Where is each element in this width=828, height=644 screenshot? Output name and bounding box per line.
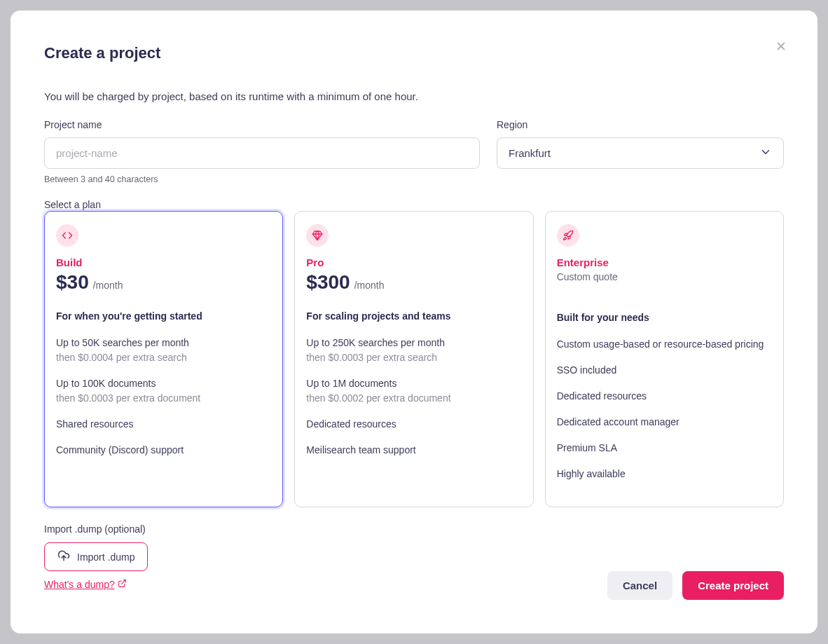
plan-feature: Up to 1M documents [306, 376, 521, 391]
external-link-icon [118, 579, 127, 590]
plan-feature: Shared resources [56, 417, 271, 432]
plan-feature: Highly available [557, 467, 772, 481]
plan-card-build[interactable]: Build $30 /month For when you're getting… [44, 211, 283, 507]
plan-feature-sub: then $0.0003 per extra search [306, 350, 521, 365]
plan-feature: Premium SLA [557, 441, 772, 455]
plan-summary: For when you're getting started [56, 310, 271, 322]
plan-feature: Dedicated account manager [557, 415, 772, 430]
plan-feature: Custom usage-based or resource-based pri… [557, 337, 772, 352]
svg-line-2 [121, 580, 125, 584]
dump-link-label: What's a dump? [44, 579, 115, 590]
plan-quote: Custom quote [557, 271, 772, 282]
import-dump-button[interactable]: Import .dump [44, 542, 148, 571]
diamond-icon [306, 224, 329, 247]
plan-feature: Dedicated resources [306, 417, 521, 432]
close-button[interactable] [773, 39, 789, 55]
modal-description: You will be charged by project, based on… [44, 90, 784, 102]
plan-name: Build [56, 256, 271, 268]
modal-title: Create a project [44, 44, 784, 62]
plan-feature: SSO included [557, 363, 772, 378]
plan-feature: Meilisearch team support [306, 443, 521, 458]
plan-feature-sub: then $0.0003 per extra document [56, 391, 271, 406]
plan-card-enterprise[interactable]: Enterprise Custom quote Built for your n… [545, 211, 784, 507]
plan-summary: For scaling projects and teams [306, 310, 521, 322]
plan-card-pro[interactable]: Pro $300 /month For scaling projects and… [294, 211, 533, 507]
cancel-button[interactable]: Cancel [607, 571, 672, 600]
cloud-upload-icon [57, 549, 70, 564]
plan-feature: Up to 50K searches per month [56, 336, 271, 350]
chevron-down-icon [759, 146, 772, 160]
plan-name: Pro [306, 256, 521, 268]
rocket-icon [557, 224, 579, 247]
plan-price: $300 [306, 271, 350, 294]
plan-period: /month [354, 280, 385, 291]
plan-summary: Built for your needs [557, 312, 772, 323]
plan-name: Enterprise [557, 256, 772, 268]
create-project-modal: Create a project You will be charged by … [11, 11, 817, 633]
import-label: Import .dump (optional) [44, 523, 146, 535]
import-button-label: Import .dump [77, 551, 134, 563]
region-selected-value: Frankfurt [509, 147, 551, 159]
plan-price: $30 [56, 271, 89, 294]
plan-feature: Dedicated resources [557, 389, 772, 404]
region-label: Region [497, 119, 784, 130]
select-plan-label: Select a plan [44, 199, 101, 210]
plan-feature: Up to 250K searches per month [306, 336, 521, 350]
project-name-helper: Between 3 and 40 characters [44, 174, 480, 184]
plan-feature: Up to 100K documents [56, 376, 271, 391]
close-icon [775, 40, 787, 55]
project-name-input[interactable] [44, 137, 480, 169]
create-project-button[interactable]: Create project [682, 571, 784, 600]
plan-feature-sub: then $0.0002 per extra document [306, 391, 521, 406]
region-select[interactable]: Frankfurt [497, 137, 784, 169]
plan-feature-sub: then $0.0004 per extra search [56, 350, 271, 365]
plan-feature: Community (Discord) support [56, 443, 271, 458]
plan-list: Build $30 /month For when you're getting… [44, 211, 784, 507]
whats-a-dump-link[interactable]: What's a dump? [44, 579, 127, 590]
plan-period: /month [93, 280, 123, 291]
project-name-label: Project name [44, 119, 480, 130]
code-icon [56, 224, 78, 247]
